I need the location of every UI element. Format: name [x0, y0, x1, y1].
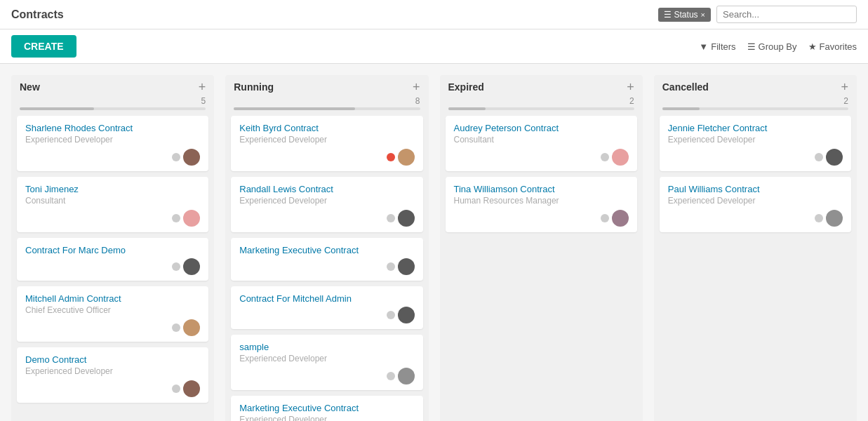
- column-count-running: 8: [225, 96, 428, 106]
- card-title: Marketing Executive Contract: [239, 403, 414, 413]
- card-footer: [668, 149, 843, 166]
- favorites-label: Favorites: [820, 41, 857, 52]
- avatar: [183, 149, 200, 166]
- column-new: New + 5 Sharlene Rhodes Contract Experie…: [11, 75, 214, 421]
- card-footer: [25, 319, 200, 336]
- search-input[interactable]: [716, 6, 857, 23]
- card-footer: [239, 368, 414, 385]
- card-footer: [239, 210, 414, 227]
- status-tag-label: Status: [674, 10, 698, 20]
- avatar: [183, 380, 200, 397]
- status-tag-close[interactable]: ×: [701, 11, 705, 19]
- status-dot: [815, 153, 823, 161]
- card-subtitle: Experienced Developer: [239, 196, 414, 206]
- search-bar: ☰ Status ×: [658, 6, 857, 23]
- groupby-icon: ☰: [747, 41, 756, 52]
- status-dot: [387, 153, 395, 161]
- kanban-card[interactable]: Keith Byrd Contract Experienced Develope…: [231, 116, 422, 171]
- kanban-card[interactable]: Paul Williams Contract Experienced Devel…: [660, 177, 851, 232]
- kanban-card[interactable]: Toni Jimenez Consultant: [17, 177, 208, 232]
- status-dot: [387, 214, 395, 222]
- kanban-card[interactable]: Sharlene Rhodes Contract Experienced Dev…: [17, 116, 208, 171]
- avatar: [826, 149, 843, 166]
- toolbar-actions: ▼ Filters ☰ Group By ★ Favorites: [699, 41, 857, 52]
- filter-funnel-icon: ▼: [699, 41, 708, 52]
- card-subtitle: Experienced Developer: [25, 135, 200, 145]
- card-title: Demo Contract: [25, 354, 200, 365]
- top-bar: Contracts ☰ Status ×: [0, 0, 868, 29]
- status-dot: [172, 214, 180, 222]
- kanban-card[interactable]: Randall Lewis Contract Experienced Devel…: [231, 177, 422, 232]
- column-add-expired[interactable]: +: [627, 81, 634, 93]
- card-footer: [454, 149, 629, 166]
- card-title: Contract For Mitchell Admin: [239, 293, 414, 304]
- card-title: Paul Williams Contract: [668, 184, 843, 194]
- avatar: [398, 210, 415, 227]
- create-button[interactable]: CREATE: [11, 35, 76, 58]
- card-title: Keith Byrd Contract: [239, 123, 414, 133]
- card-subtitle: Consultant: [25, 196, 200, 206]
- kanban-board: New + 5 Sharlene Rhodes Contract Experie…: [0, 64, 868, 421]
- column-title-running: Running: [234, 81, 274, 93]
- card-subtitle: Experienced Developer: [668, 135, 843, 145]
- card-title: Audrey Peterson Contract: [454, 123, 629, 133]
- column-progress-expired: [448, 107, 634, 110]
- avatar: [183, 258, 200, 275]
- kanban-card[interactable]: Marketing Executive Contract Experienced…: [231, 396, 422, 421]
- card-footer: [454, 210, 629, 227]
- column-title-cancelled: Cancelled: [662, 81, 709, 93]
- filter-icon: ☰: [664, 10, 672, 20]
- card-title: Marketing Executive Contract: [239, 245, 414, 255]
- kanban-card[interactable]: Mitchell Admin Contract Chief Executive …: [17, 286, 208, 342]
- status-dot: [172, 262, 180, 271]
- card-footer: [239, 307, 414, 323]
- card-subtitle: Consultant: [454, 135, 629, 145]
- column-add-running[interactable]: +: [413, 81, 420, 93]
- favorites-button[interactable]: ★ Favorites: [808, 41, 857, 52]
- kanban-card[interactable]: Marketing Executive Contract: [231, 238, 422, 281]
- card-subtitle: Experienced Developer: [239, 135, 414, 145]
- avatar: [398, 149, 415, 166]
- column-expired: Expired + 2 Audrey Peterson Contract Con…: [440, 75, 643, 421]
- card-subtitle: Experienced Developer: [668, 196, 843, 206]
- column-add-cancelled[interactable]: +: [841, 81, 848, 93]
- kanban-card[interactable]: Contract For Mitchell Admin: [231, 286, 422, 329]
- filters-button[interactable]: ▼ Filters: [699, 41, 735, 52]
- kanban-card[interactable]: Tina Williamson Contract Human Resources…: [446, 177, 637, 232]
- kanban-card[interactable]: Contract For Marc Demo: [17, 238, 208, 281]
- groupby-label: Group By: [759, 41, 797, 52]
- status-dot: [601, 214, 609, 222]
- card-title: Randall Lewis Contract: [239, 184, 414, 194]
- kanban-card[interactable]: sample Experienced Developer: [231, 335, 422, 390]
- card-footer: [25, 210, 200, 227]
- card-footer: [239, 149, 414, 166]
- column-header-new: New +: [11, 75, 214, 96]
- kanban-card[interactable]: Demo Contract Experienced Developer: [17, 347, 208, 403]
- card-footer: [668, 210, 843, 227]
- card-title: Tina Williamson Contract: [454, 184, 629, 194]
- column-progress-running: [234, 107, 420, 110]
- groupby-button[interactable]: ☰ Group By: [747, 41, 797, 52]
- kanban-card[interactable]: Jennie Fletcher Contract Experienced Dev…: [660, 116, 851, 171]
- status-dot: [172, 323, 180, 332]
- column-title-expired: Expired: [448, 81, 484, 93]
- column-title-new: New: [20, 81, 40, 93]
- card-title: Sharlene Rhodes Contract: [25, 123, 200, 133]
- status-dot: [387, 311, 395, 319]
- avatar: [183, 319, 200, 336]
- column-header-cancelled: Cancelled +: [654, 75, 857, 96]
- column-running: Running + 8 Keith Byrd Contract Experien…: [225, 75, 428, 421]
- column-add-new[interactable]: +: [199, 81, 206, 93]
- column-header-expired: Expired +: [440, 75, 643, 96]
- filters-label: Filters: [711, 41, 735, 52]
- status-filter-tag[interactable]: ☰ Status ×: [658, 8, 711, 22]
- card-title: Contract For Marc Demo: [25, 245, 200, 255]
- page-title: Contracts: [11, 8, 64, 21]
- card-subtitle: Experienced Developer: [239, 354, 414, 363]
- card-subtitle: Human Resources Manager: [454, 196, 629, 206]
- kanban-card[interactable]: Audrey Peterson Contract Consultant: [446, 116, 637, 171]
- status-dot: [172, 153, 180, 161]
- avatar: [398, 258, 415, 275]
- card-footer: [25, 258, 200, 275]
- card-title: Mitchell Admin Contract: [25, 293, 200, 304]
